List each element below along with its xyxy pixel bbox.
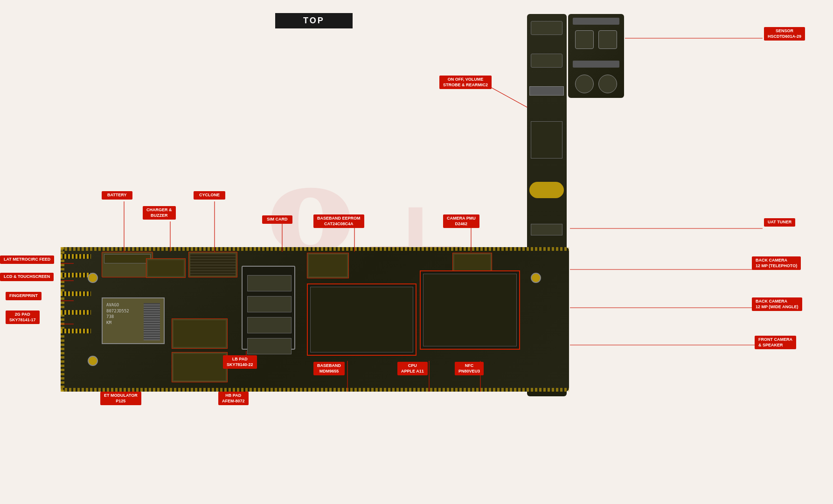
label-cpu: CPU APPLE A11: [397, 362, 428, 375]
label-back-camera-wide: BACK CAMERA 12 MP (WIDE ANGLE): [752, 297, 802, 311]
label-fingerprint: FINGERPRINT: [6, 292, 42, 300]
top-label: TOP: [275, 13, 353, 28]
label-lb-pad: LB PAD SKY78140-22: [223, 355, 257, 369]
svg-line-1: [490, 87, 527, 107]
label-baseband: BASEBAND MDM9655: [313, 362, 345, 375]
label-hb-pad: HB PAD AFEM-8072: [218, 392, 249, 405]
label-back-camera-telephoto: BACK CAMERA 12 MP (TELEPHOTO): [752, 256, 801, 270]
label-camera-pmu: CAMERA PMU D2462: [443, 214, 479, 228]
label-sensor: SENSOR HSCDTD601A-29: [764, 27, 805, 41]
label-baseband-eeprom: BASEBAND EEPROM CAT24C08C4A: [313, 214, 364, 228]
label-cyclone: CYCLONE: [194, 191, 225, 200]
label-lat-metro: LAT METROCIRC FEED: [0, 255, 54, 264]
label-sim-card: SIM CARD: [262, 215, 292, 224]
label-on-off: ON OFF, VOLUME STROBE & REARMIC2: [439, 76, 492, 89]
label-nfc: NFC PN80VEU3: [455, 362, 484, 375]
label-charger-buzzer: CHARGER & BUZZER: [143, 206, 176, 220]
label-battery: BATTERY: [102, 191, 132, 200]
label-lcd: LCD & TOUCHSCREEN: [0, 273, 54, 281]
label-2g-pad: 2G PAD SKY78141-17: [6, 311, 40, 324]
label-uat-tuner: UAT TUNER: [764, 218, 795, 227]
label-et-modulator: ET MODULATOR P125: [100, 392, 141, 405]
label-front-camera: FRONT CAMERA & SPEAKER: [755, 336, 796, 349]
diagram-container: 8+ TOP: [0, 0, 833, 504]
